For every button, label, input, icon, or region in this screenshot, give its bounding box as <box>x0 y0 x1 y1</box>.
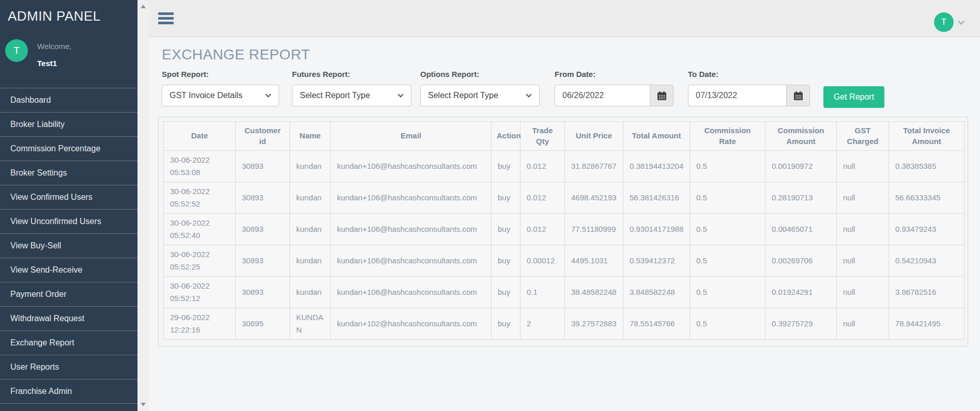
table-cell: 0.93014171988 <box>623 214 690 245</box>
sidebar: ADMIN PANEL T Welcome, Test1 DashboardBr… <box>0 0 137 411</box>
sidebar-item-franchise-admin[interactable]: Franchise Admin <box>0 380 137 404</box>
futures-report-value: Select Report Type <box>300 91 370 100</box>
table-body: 30-06-2022 05:53:0830893kundankundan+106… <box>164 151 964 340</box>
topbar-avatar[interactable]: T <box>934 12 954 32</box>
table-cell: null <box>837 245 889 277</box>
sidebar-item-exchange-report[interactable]: Exchange Report <box>0 331 137 355</box>
table-cell: null <box>837 277 889 308</box>
table-cell: 30695 <box>236 308 290 340</box>
column-header-customer-id: Customer id <box>236 122 290 151</box>
table-cell: kundan+106@hashcashconsultants.com <box>331 182 492 214</box>
options-report-value: Select Report Type <box>428 91 498 100</box>
table-cell: 0.5 <box>690 182 765 214</box>
table-cell: 3.86782516 <box>889 277 964 308</box>
sidebar-item-withdrawal-request[interactable]: Withdrawal Request <box>0 307 137 331</box>
table-cell: 30-06-2022 05:53:08 <box>164 151 236 182</box>
table-cell: 38.48582248 <box>565 277 623 308</box>
column-header-total-amount: Total Amount <box>623 122 690 151</box>
sidebar-item-broker-settings[interactable]: Broker Settings <box>0 161 137 185</box>
table-cell: buy <box>492 245 520 277</box>
topbar: T <box>149 0 980 37</box>
sidebar-item-user-reports[interactable]: User Reports <box>0 355 137 380</box>
table-cell: 78.55145766 <box>623 308 690 340</box>
table-cell: kundan+106@hashcashconsultants.com <box>331 151 492 182</box>
options-report-label: Options Report: <box>420 70 540 78</box>
table-cell: 30893 <box>236 245 290 277</box>
spot-report-select[interactable]: GST Invoice Details <box>162 85 279 106</box>
chevron-down-icon[interactable] <box>958 18 964 25</box>
content: EXCHANGE REPORT Spot Report: GST Invoice… <box>149 37 980 410</box>
table-cell: buy <box>492 214 520 245</box>
table-cell: 30893 <box>236 277 290 308</box>
table-row: 30-06-2022 05:53:0830893kundankundan+106… <box>164 151 964 182</box>
welcome-label: Welcome, <box>37 42 71 51</box>
sidebar-item-view-unconfirmed-users[interactable]: View Unconfirmed Users <box>0 210 137 234</box>
scrollbar-down-arrow-icon[interactable] <box>141 403 146 406</box>
main-area: T EXCHANGE REPORT Spot Report: GST Invoi… <box>149 0 980 411</box>
from-date-calendar-button[interactable] <box>650 85 673 106</box>
column-header-date: Date <box>164 122 236 151</box>
table-cell: 30893 <box>236 182 290 214</box>
table-cell: null <box>837 214 889 245</box>
table-cell: 0.5 <box>690 308 765 340</box>
sidebar-item-view-buy-sell[interactable]: View Buy-Sell <box>0 234 137 258</box>
sidebar-item-broker-liability[interactable]: Broker Liability <box>0 113 137 137</box>
table-cell: kundan <box>290 277 331 308</box>
futures-report-select[interactable]: Select Report Type <box>292 85 411 106</box>
table-row: 30-06-2022 05:52:4030893kundankundan+106… <box>164 214 964 245</box>
table-cell: 77.51180999 <box>565 214 623 245</box>
table-cell: 31.82867767 <box>565 151 623 182</box>
select-caret-icon <box>397 91 403 97</box>
table-row: 30-06-2022 05:52:5230893kundankundan+106… <box>164 182 964 214</box>
sidebar-item-dashboard[interactable]: Dashboard <box>0 88 137 113</box>
table-cell: 56.66333345 <box>889 182 964 214</box>
table-row: 30-06-2022 05:52:2530893kundankundan+106… <box>164 245 964 277</box>
table-cell: 30893 <box>236 151 290 182</box>
user-menu[interactable]: T <box>934 12 963 32</box>
table-cell: 4495.1031 <box>565 245 623 277</box>
to-date-label: To Date: <box>688 70 810 78</box>
column-header-email: Email <box>331 122 492 151</box>
table-cell: 0.38194413204 <box>623 151 690 182</box>
spot-report-value: GST Invoice Details <box>170 91 242 100</box>
table-cell: kundan <box>290 245 331 277</box>
table-header-row: DateCustomer idNameEmailActionTrade QtyU… <box>164 122 964 151</box>
table-cell: 0.012 <box>520 214 565 245</box>
table-cell: 0.00012 <box>520 245 565 277</box>
table-cell: KUNDAN <box>290 308 331 340</box>
hamburger-menu-icon[interactable] <box>158 12 174 26</box>
table-cell: 2 <box>520 308 565 340</box>
sidebar-item-view-confirmed-users[interactable]: View Confirmed Users <box>0 185 137 210</box>
sidebar-scrollbar[interactable] <box>137 0 149 411</box>
scrollbar-up-arrow-icon[interactable] <box>141 5 146 8</box>
to-date-input[interactable]: 07/13/2022 <box>688 85 786 106</box>
table-cell: buy <box>492 308 520 340</box>
from-date-input[interactable]: 06/26/2022 <box>555 85 650 106</box>
table-cell: buy <box>492 182 520 214</box>
table-cell: 29-06-2022 12:22:16 <box>164 308 236 340</box>
column-header-commission-amount: Commission Amount <box>765 122 837 151</box>
table-cell: 0.5 <box>690 245 765 277</box>
table-cell: 0.01924291 <box>765 277 837 308</box>
table-cell: 0.5 <box>690 277 765 308</box>
sidebar-user-block: T Welcome, Test1 <box>5 39 71 68</box>
get-report-button[interactable]: Get Report <box>823 86 884 108</box>
futures-report-label: Futures Report: <box>292 70 411 78</box>
spot-report-label: Spot Report: <box>162 70 279 78</box>
options-report-select[interactable]: Select Report Type <box>420 85 540 106</box>
table-cell: kundan+106@hashcashconsultants.com <box>331 277 492 308</box>
sidebar-menu: DashboardBroker LiabilityCommission Perc… <box>0 88 137 404</box>
exchange-report-table: DateCustomer idNameEmailActionTrade QtyU… <box>163 121 964 340</box>
to-date-calendar-button[interactable] <box>786 85 810 106</box>
table-cell: 0.00465071 <box>765 214 837 245</box>
report-table-panel: DateCustomer idNameEmailActionTrade QtyU… <box>158 117 968 346</box>
sidebar-item-payment-order[interactable]: Payment Order <box>0 282 137 307</box>
sidebar-item-commission-percentage[interactable]: Commission Percentage <box>0 137 137 161</box>
app-title: ADMIN PANEL <box>0 0 137 27</box>
table-cell: 0.93479243 <box>889 214 964 245</box>
table-cell: 4698.452193 <box>565 182 623 214</box>
table-row: 29-06-2022 12:22:1630695KUNDANkundan+102… <box>164 308 964 340</box>
calendar-icon <box>793 91 803 101</box>
table-cell: null <box>837 308 889 340</box>
sidebar-item-view-send-receive[interactable]: View Send-Receive <box>0 258 137 282</box>
